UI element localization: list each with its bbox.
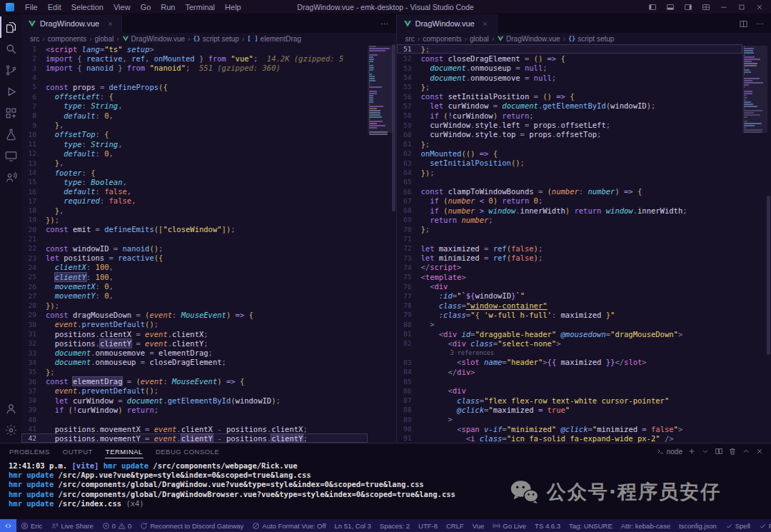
tab-dragwindow-vue[interactable]: DragWindow.vue	[397, 14, 498, 33]
circle-slash-icon	[252, 522, 260, 530]
code-line: 80 >	[397, 320, 743, 329]
status-auto-format[interactable]: Auto Format Vue: Off	[248, 519, 330, 532]
toggle-layout-sidebar-left[interactable]	[644, 0, 661, 14]
activity-live-share[interactable]	[0, 166, 21, 188]
chevron-up-button[interactable]	[742, 447, 750, 456]
menu-help[interactable]: Help	[220, 1, 246, 13]
activity-search[interactable]	[0, 38, 21, 59]
minimap[interactable]	[369, 46, 390, 443]
minimap[interactable]	[744, 46, 765, 443]
activity-accounts[interactable]	[0, 398, 21, 419]
editor-group-actions	[736, 14, 771, 33]
maximize-button[interactable]	[733, 0, 750, 14]
trash-button[interactable]	[728, 447, 737, 456]
code-area[interactable]: 1<script lang="ts" setup>2import { react…	[21, 44, 368, 443]
close-window-button[interactable]	[751, 0, 768, 14]
status-discord-reconnect[interactable]: Reconnect to Discord Gateway	[136, 519, 248, 532]
panel-tab-problems[interactable]: PROBLEMS	[9, 444, 51, 458]
code-line: 19});	[21, 215, 368, 224]
menu-selection[interactable]: Selection	[66, 1, 109, 13]
breadcrumb-item[interactable]: global	[95, 35, 114, 43]
menu-terminal[interactable]: Terminal	[181, 1, 221, 13]
status-prettier[interactable]: Prettier	[755, 519, 771, 532]
vue-file-icon	[403, 19, 412, 28]
activity-source-control[interactable]	[0, 59, 21, 81]
line-number: 11	[21, 140, 46, 148]
activity-run-and-debug[interactable]	[0, 81, 21, 102]
status-go-live[interactable]: Go Live	[488, 519, 530, 532]
breadcrumb-item[interactable]: components	[423, 35, 461, 43]
breadcrumb-item[interactable]: DragWindow.vue	[497, 35, 560, 43]
line-number: 36	[21, 378, 46, 386]
activity-remote-explorer[interactable]	[0, 145, 21, 166]
close-tab-icon[interactable]	[480, 19, 490, 29]
terminal-picker[interactable]: node	[656, 447, 682, 456]
line-number: 35	[21, 368, 46, 376]
menu-go[interactable]: Go	[136, 1, 156, 13]
toggle-layout-custom[interactable]	[697, 0, 715, 14]
chevron-down-button[interactable]	[701, 447, 710, 456]
panel-tab-debug-console[interactable]: DEBUG CONSOLE	[155, 444, 220, 458]
status-encoding[interactable]: UTF-8	[414, 519, 442, 532]
toggle-layout-sidebar-right[interactable]	[680, 0, 697, 14]
scrollbar[interactable]	[391, 44, 396, 443]
status-indentation[interactable]: Spaces: 2	[376, 519, 414, 532]
activity-settings[interactable]	[0, 419, 21, 441]
breadcrumb-item[interactable]: src	[30, 35, 39, 43]
menu-edit[interactable]: Edit	[43, 1, 66, 13]
tab-dragwindow-vue[interactable]: DragWindow.vue	[21, 14, 122, 33]
more-button[interactable]	[378, 16, 392, 31]
status-spell[interactable]: Spell	[721, 519, 755, 532]
breadcrumb-item[interactable]: {}script setup	[193, 35, 239, 43]
breadcrumb-item[interactable]: {}script setup	[568, 35, 614, 43]
status-tag-case[interactable]: Tag: UNSURE	[565, 519, 617, 532]
breadcrumb-item[interactable]: [ ]elementDrag	[247, 35, 301, 43]
code-line: 5const props = defineProps({	[21, 82, 368, 91]
code-line: 34 document.onmouseup = closeDragElement…	[21, 358, 368, 367]
breadcrumb-item[interactable]: src	[405, 35, 415, 43]
panel-tab-terminal[interactable]: TERMINAL	[105, 444, 143, 458]
split-editor-button[interactable]	[736, 16, 750, 31]
activity-extensions[interactable]	[0, 102, 21, 124]
status-live-share-account[interactable]: Eric	[16, 519, 46, 532]
status-live-share[interactable]: Live Share	[46, 519, 97, 532]
menu-file[interactable]: File	[20, 1, 43, 13]
source-control-icon	[4, 64, 18, 77]
code-line: 79 :class="{ 'w-full h-full': maximized …	[397, 310, 743, 319]
status-cursor-position[interactable]: Ln 51, Col 3	[331, 519, 376, 532]
toggle-layout-panel[interactable]	[662, 0, 679, 14]
status-language-mode[interactable]: Vue	[468, 519, 489, 532]
split-button[interactable]	[715, 447, 723, 456]
panel-tab-output[interactable]: OUTPUT	[62, 444, 94, 458]
trash-icon	[728, 447, 737, 456]
scrollbar-thumb[interactable]	[767, 196, 770, 355]
breadcrumb-item[interactable]: global	[470, 35, 489, 43]
more-button[interactable]	[752, 16, 767, 31]
status-tsconfig[interactable]: tsconfig.json	[675, 519, 721, 532]
menu-view[interactable]: View	[109, 1, 136, 13]
minimize-button[interactable]	[715, 0, 732, 14]
close-button[interactable]	[755, 447, 764, 456]
status-attr-case[interactable]: Attr: kebab-case	[617, 519, 675, 532]
status-remote[interactable]	[0, 519, 16, 532]
scrollbar[interactable]	[766, 44, 771, 443]
status-eol[interactable]: CRLF	[442, 519, 468, 532]
error-icon	[102, 522, 110, 530]
tab-bar: DragWindow.vue	[21, 14, 396, 33]
status-typescript-version[interactable]: TS 4.6.3	[530, 519, 565, 532]
breadcrumb-item[interactable]: DragWindow.vue	[122, 35, 186, 43]
code-area[interactable]: 51};52const closeDragElement = () => {53…	[397, 44, 743, 443]
menu-run[interactable]: Run	[156, 1, 180, 13]
activity-testing[interactable]	[0, 124, 21, 145]
activity-explorer[interactable]	[0, 16, 21, 38]
plus-button[interactable]	[687, 447, 696, 456]
layout-panel-icon	[666, 3, 675, 11]
scrollbar-thumb[interactable]	[392, 44, 395, 211]
breadcrumb-item[interactable]: components	[48, 35, 86, 43]
status-problems[interactable]: 00	[98, 519, 136, 532]
editor: 1<script lang="ts" setup>2import { react…	[21, 44, 396, 443]
plus-icon	[687, 447, 696, 456]
close-tab-icon[interactable]	[105, 19, 115, 29]
code-line: 10 offsetTop: {	[21, 130, 368, 139]
code-line: 39 if (!curWindow) return;	[21, 405, 368, 414]
